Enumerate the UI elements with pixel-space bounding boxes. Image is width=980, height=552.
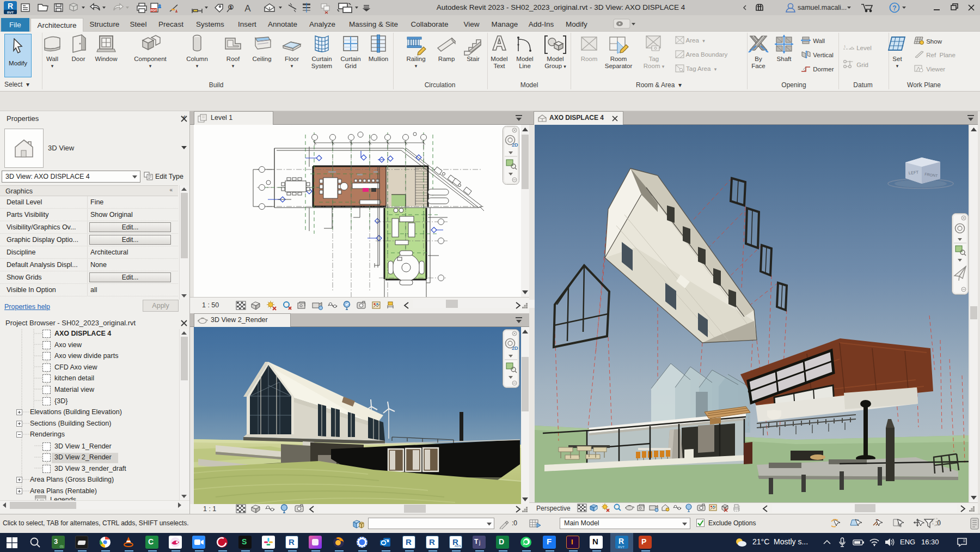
svg-text:2D: 2D [512,345,518,351]
svg-text:2D: 2D [512,142,518,148]
svg-text:?: ? [892,4,896,12]
svg-text:A: A [244,3,251,14]
svg-text:1: 1 [230,5,232,9]
svg-text:samuel.macali...: samuel.macali... [798,4,847,11]
svg-text:PDF: PDF [151,9,157,12]
svg-text:LEFT: LEFT [909,170,919,175]
svg-text:1: 1 [844,45,846,48]
svg-text:RVT: RVT [7,11,14,14]
svg-text:R: R [8,2,13,10]
